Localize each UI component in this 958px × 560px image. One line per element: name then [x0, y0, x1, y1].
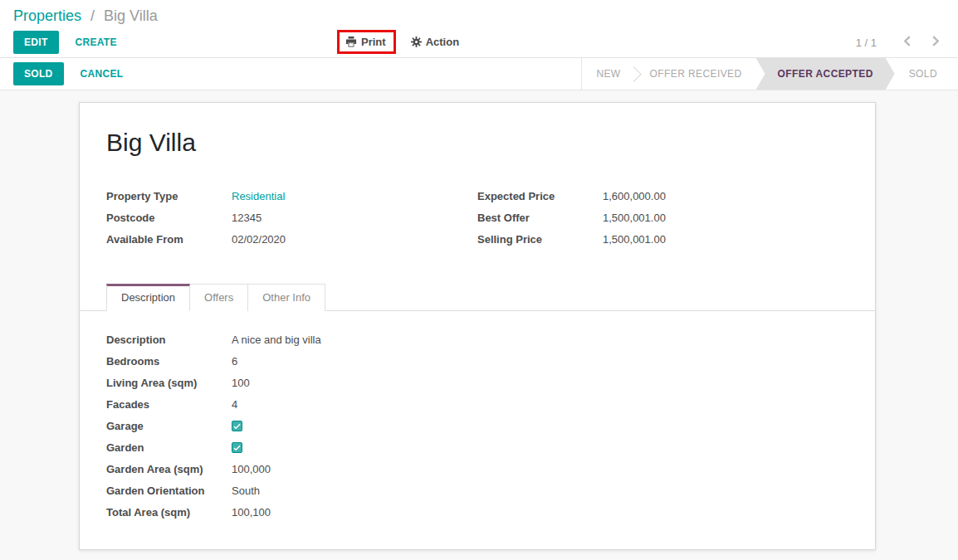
garage-checkbox[interactable] [232, 421, 242, 431]
field-total-area: Total Area (sqm) 100,100 [106, 506, 848, 519]
field-label: Property Type [106, 190, 232, 202]
control-panel: EDIT CREATE Print [0, 27, 958, 58]
field-label: Available From [106, 233, 232, 246]
stage-offer-accepted[interactable]: OFFER ACCEPTED [756, 58, 895, 90]
create-button[interactable]: CREATE [76, 37, 117, 48]
chevron-left-icon[interactable] [898, 34, 916, 51]
stage-offer-received[interactable]: OFFER RECEIVED [636, 58, 756, 90]
property-type-link[interactable]: Residential [232, 190, 285, 202]
field-value: 6 [232, 355, 237, 368]
field-label: Best Offer [477, 212, 603, 224]
breadcrumb: Properties / Big Villa [13, 7, 158, 25]
tab-content-description: Description A nice and big villa Bedroom… [80, 311, 875, 519]
field-garden-orientation: Garden Orientation South [106, 485, 848, 497]
field-available-from: Available From 02/02/2020 [106, 233, 477, 246]
field-garden-area: Garden Area (sqm) 100,000 [106, 463, 848, 475]
field-value: 1,500,001.00 [603, 233, 666, 246]
field-living-area: Living Area (sqm) 100 [106, 377, 848, 389]
print-button-highlight: Print [337, 30, 396, 54]
tab-offers[interactable]: Offers [190, 284, 248, 311]
chevron-right-icon[interactable] [927, 34, 945, 51]
field-expected-price: Expected Price 1,600,000.00 [477, 190, 848, 202]
field-label: Living Area (sqm) [106, 377, 232, 389]
gear-icon [411, 37, 422, 47]
field-selling-price: Selling Price 1,500,001.00 [477, 233, 848, 246]
print-label: Print [361, 36, 386, 48]
garden-checkbox[interactable] [232, 442, 242, 453]
action-button[interactable]: Action [411, 36, 459, 48]
edit-button[interactable]: EDIT [13, 31, 59, 54]
notebook-tabs: Description Offers Other Info [80, 283, 875, 311]
field-bedrooms: Bedrooms 6 [106, 355, 848, 368]
breadcrumb-bar: Properties / Big Villa [0, 0, 958, 27]
field-label: Total Area (sqm) [106, 506, 232, 519]
page-title: Big Villa [106, 129, 848, 157]
field-value: 1,600,000.00 [603, 190, 666, 202]
field-value: 12345 [232, 212, 261, 224]
content-area: Big Villa Property Type Residential Post… [0, 90, 958, 560]
field-postcode: Postcode 12345 [106, 212, 477, 224]
field-garage: Garage [106, 420, 848, 432]
statusbar: NEW OFFER RECEIVED OFFER ACCEPTED SOLD [581, 58, 958, 90]
field-value: 4 [232, 398, 237, 411]
breadcrumb-parent-link[interactable]: Properties [13, 7, 81, 24]
field-grid: Property Type Residential Postcode 12345… [106, 190, 848, 255]
field-value: 100 [232, 377, 250, 389]
tab-description[interactable]: Description [106, 284, 190, 311]
field-label: Garden Area (sqm) [106, 463, 232, 475]
field-label: Garden [106, 441, 232, 454]
field-value: 02/02/2020 [232, 233, 286, 246]
field-value: 1,500,001.00 [603, 212, 666, 224]
field-value: South [232, 485, 260, 497]
field-value: 100,000 [232, 463, 271, 475]
breadcrumb-separator: / [90, 7, 95, 24]
pager-value[interactable]: 1 / 1 [856, 37, 877, 49]
field-label: Garage [106, 420, 232, 432]
field-best-offer: Best Offer 1,500,001.00 [477, 212, 848, 224]
field-label: Selling Price [477, 233, 603, 246]
field-label: Bedrooms [106, 355, 232, 368]
field-property-type: Property Type Residential [106, 190, 477, 202]
field-label: Facades [106, 398, 232, 411]
cancel-button[interactable]: CANCEL [81, 68, 124, 80]
sold-button[interactable]: SOLD [13, 62, 64, 85]
pager: 1 / 1 [856, 34, 945, 51]
form-sheet: Big Villa Property Type Residential Post… [79, 102, 876, 550]
field-garden: Garden [106, 441, 848, 454]
field-label: Postcode [106, 212, 232, 224]
stage-sold[interactable]: SOLD [895, 58, 951, 90]
tab-other-info[interactable]: Other Info [248, 284, 325, 311]
field-value: A nice and big villa [232, 334, 321, 346]
field-label: Garden Orientation [106, 485, 232, 497]
field-facades: Facades 4 [106, 398, 848, 411]
field-label: Expected Price [477, 190, 603, 202]
print-button[interactable]: Print [345, 36, 386, 48]
field-label: Description [106, 334, 232, 346]
action-label: Action [426, 36, 459, 48]
field-description: Description A nice and big villa [106, 334, 848, 346]
breadcrumb-current: Big Villa [104, 7, 158, 24]
field-value: 100,100 [232, 506, 271, 519]
statusbar-row: SOLD CANCEL NEW OFFER RECEIVED OFFER ACC… [0, 58, 958, 90]
printer-icon [345, 37, 357, 47]
